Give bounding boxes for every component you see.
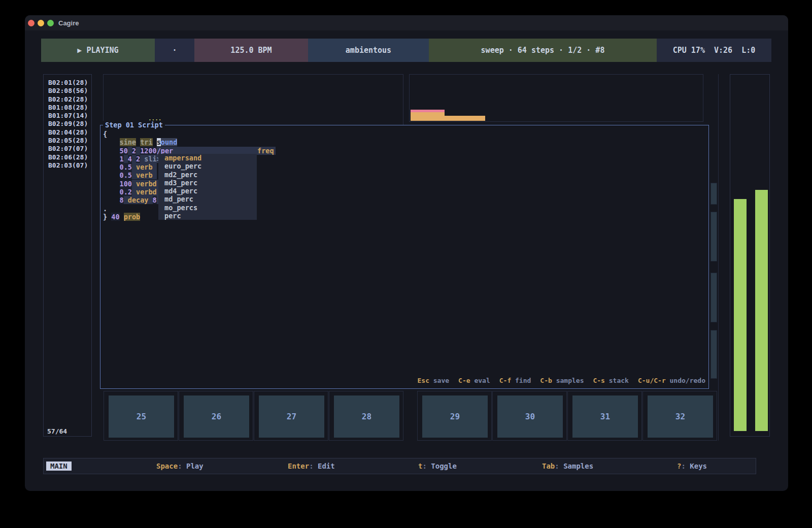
window-title: Cagire (58, 19, 79, 27)
step-cell-number: 26 (212, 412, 221, 421)
occluded-cell-sliver (710, 212, 717, 261)
token: s (157, 138, 161, 146)
gain-bar (445, 116, 485, 121)
token: Samples (563, 462, 593, 470)
step-cell-body: 28 (334, 395, 399, 438)
token: . (103, 205, 107, 213)
token (132, 171, 136, 179)
autocomplete-item[interactable]: md2_perc (158, 171, 257, 179)
autocomplete-item[interactable]: euro_perc (158, 162, 257, 170)
autocomplete-item[interactable]: md_perc (158, 195, 257, 203)
occluded-cell-sliver (710, 330, 717, 379)
gain-bar-fill (445, 116, 485, 121)
step-cell-body: 29 (422, 395, 488, 438)
code-line: sine tri sound (103, 138, 706, 146)
step-cell[interactable]: 30 (492, 391, 567, 441)
token: Edit (318, 462, 335, 470)
token: 100 (120, 180, 132, 188)
token: : (555, 462, 563, 470)
step-cell[interactable]: 26 (179, 391, 253, 441)
token: verb (136, 163, 153, 171)
token: 4 (128, 155, 132, 163)
token (153, 138, 157, 146)
sample-list-item[interactable]: B01:08(28) (44, 104, 91, 112)
sample-list-item[interactable]: B02:09(28) (44, 120, 91, 128)
zoom-button[interactable] (47, 20, 54, 26)
title-bar: Cagire (25, 15, 788, 30)
selection-band: 100 verbd (120, 180, 161, 188)
token: } (103, 213, 107, 221)
token: 0.5 (120, 171, 132, 179)
step-cell[interactable]: 32 (642, 391, 717, 441)
token: 2 (136, 155, 140, 163)
token: Toggle (431, 462, 457, 470)
status-segment-stats: CPU 17% V:26 L:0 (657, 39, 771, 62)
key-hint: Tab: Samples (542, 462, 593, 470)
token: Keys (690, 462, 707, 470)
step-cell[interactable]: 29 (417, 391, 492, 441)
token: C-e (458, 377, 470, 384)
hint-item: C-s stack (593, 377, 628, 384)
step-cell-number: 27 (287, 412, 296, 421)
token: C-b (540, 377, 552, 384)
autocomplete-item[interactable]: md3_perc (158, 179, 257, 187)
token (120, 213, 124, 221)
playhead-marker-icon: ···· (148, 117, 162, 123)
token: eval (470, 377, 490, 384)
token: sli (144, 155, 156, 163)
step-cell-number: 28 (362, 412, 371, 421)
occluded-cell-sliver (710, 183, 717, 205)
step-cell[interactable]: 28 (329, 391, 403, 441)
autocomplete-item[interactable]: md4_perc (158, 187, 257, 195)
autocomplete-item[interactable]: mo_percs (158, 204, 257, 212)
sample-list-item[interactable]: B02:03(07) (44, 161, 91, 170)
gain-bar-fill (411, 112, 445, 121)
selection-band: 0.5 verb (120, 171, 157, 179)
step-cell-body: 26 (184, 395, 249, 438)
step-cell[interactable]: 27 (254, 391, 328, 441)
token: C-f (499, 377, 511, 384)
occluded-cell-sliver (710, 273, 717, 322)
token: sine (120, 138, 137, 146)
step-row: 2526272829303132 (25, 391, 788, 441)
token: : (309, 462, 318, 470)
token: Tab (542, 462, 555, 470)
token: 2 (132, 147, 136, 155)
step-cell-body: 30 (497, 395, 563, 438)
sample-list-item[interactable]: B02:02(28) (44, 95, 91, 104)
token: 40 (111, 213, 119, 221)
close-button[interactable] (28, 20, 35, 26)
token: : (178, 462, 186, 470)
step-cell-body: 25 (109, 395, 174, 438)
status-segment-transport: ▶ PLAYING (41, 39, 155, 62)
selection-band: 0.5 verb (120, 163, 157, 171)
token: 50 (120, 147, 128, 155)
token (103, 180, 120, 188)
hint-item: Esc save (417, 377, 449, 384)
token (128, 147, 132, 155)
token: Enter (288, 462, 309, 470)
script-editor-panel[interactable]: Step 01 Script { sine tri sound 50 2 120… (100, 125, 709, 389)
token: verbd (136, 188, 157, 196)
sample-list-item[interactable]: B02:06(28) (44, 153, 91, 161)
mode-badge: MAIN (46, 461, 72, 471)
sample-list: B02:01(28)B02:08(56)B02:02(28)B01:08(28)… (44, 75, 91, 170)
sample-list-item[interactable]: B02:07(07) (44, 145, 91, 153)
token: freq (257, 147, 274, 155)
sample-list-item[interactable]: B02:04(28) (44, 128, 91, 137)
token (132, 155, 136, 163)
token (103, 155, 120, 163)
step-cell[interactable]: 31 (567, 391, 642, 441)
sample-list-item[interactable]: B02:08(56) (44, 87, 91, 95)
token (136, 147, 140, 155)
autocomplete-item[interactable]: perc (158, 212, 257, 220)
meter-panel (730, 74, 770, 437)
minimize-button[interactable] (38, 20, 44, 26)
sample-list-item[interactable]: B01:07(14) (44, 112, 91, 120)
step-cell[interactable]: 25 (104, 391, 178, 441)
key-hint: t: Toggle (418, 462, 457, 470)
sample-list-item[interactable]: B02:01(28) (44, 79, 91, 87)
sample-list-item[interactable]: B02:05(28) (44, 137, 91, 145)
token: 0.2 (120, 188, 132, 196)
autocomplete-item[interactable]: ampersand (158, 154, 257, 162)
